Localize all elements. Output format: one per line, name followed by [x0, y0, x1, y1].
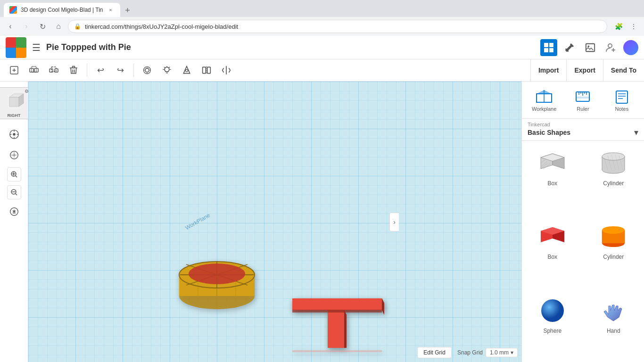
zoom-in-button[interactable] [7, 167, 21, 181]
flip-icon [222, 66, 231, 75]
shape-label-sphere-blue: Sphere [543, 328, 561, 334]
shapes-category-label: Basic Shapes [528, 129, 634, 136]
right-panel: Workplane Ruler [521, 82, 644, 362]
tab-close-button[interactable]: × [107, 6, 115, 14]
download-button[interactable] [6, 203, 23, 220]
svg-point-5 [588, 45, 590, 47]
notes-tool[interactable]: Notes [603, 85, 640, 115]
workplane-tool-icon [535, 88, 553, 105]
grid-view-button[interactable] [540, 39, 557, 56]
toolbar-separator-2 [133, 64, 134, 77]
light-button[interactable] [158, 62, 175, 79]
align-button[interactable] [198, 62, 215, 79]
shape-button[interactable] [178, 62, 195, 79]
pickaxe-button[interactable] [561, 39, 578, 56]
shape-item-cylinder-orange[interactable]: Cylinder [583, 214, 644, 288]
svg-point-16 [144, 67, 151, 74]
download-icon [9, 206, 19, 217]
svg-rect-3 [549, 48, 553, 52]
ruler-tool[interactable]: Ruler [564, 85, 601, 115]
edit-grid-button[interactable]: Edit Grid [417, 347, 452, 358]
letter-object[interactable] [288, 289, 405, 362]
notes-tool-icon [612, 88, 631, 105]
svg-point-15 [145, 68, 149, 72]
forward-button[interactable]: › [20, 20, 33, 33]
svg-point-17 [165, 67, 169, 72]
shape-item-cylinder-wire[interactable]: Cylinder [583, 141, 644, 214]
shapes-dropdown-arrow[interactable]: ▾ [634, 127, 638, 138]
snap-grid-control: Snap Grid 1.0 mm ▾ [457, 348, 518, 357]
new-shape-button[interactable] [6, 62, 23, 79]
gallery-button[interactable] [582, 39, 599, 56]
shape-item-sphere-blue[interactable]: Sphere [522, 288, 583, 362]
left-panel: RIGHT ⚙ [0, 82, 28, 362]
group-icon [29, 66, 39, 75]
active-tab[interactable]: 3D design Cool Migelo-Blad | Tin × [4, 3, 120, 17]
snap-dropdown-arrow: ▾ [511, 349, 513, 356]
header-right [540, 39, 638, 56]
extensions-button[interactable]: 🧩 [612, 20, 625, 33]
lock-icon: 🔒 [74, 23, 81, 30]
undo-button[interactable]: ↩ [92, 62, 109, 79]
hamburger-menu-button[interactable]: ☰ [32, 42, 41, 53]
svg-point-26 [13, 133, 16, 136]
toolbar-separator-1 [87, 64, 87, 77]
extensions-area: 🧩 ⋮ [612, 20, 640, 33]
flip-button[interactable] [218, 62, 235, 79]
svg-point-6 [608, 44, 612, 48]
svg-point-18 [186, 69, 188, 72]
url-text: tinkercad.com/things/8xUoJY2aZpl-cool-mi… [85, 23, 238, 30]
view-cube[interactable]: RIGHT ⚙ [0, 87, 30, 119]
delete-button[interactable] [65, 62, 82, 79]
canvas-area[interactable]: WorkPlane [28, 82, 521, 362]
user-avatar[interactable] [623, 40, 638, 55]
home-button[interactable]: ⌂ [52, 20, 65, 33]
fit-all-button[interactable] [6, 147, 23, 164]
shape-item-hand[interactable]: Hand [583, 288, 644, 362]
shapes-grid: Box [522, 141, 644, 362]
pie-object[interactable] [170, 223, 264, 319]
new-shape-icon [9, 66, 19, 75]
svg-marker-48 [382, 298, 384, 315]
snap-value: 1.0 mm [490, 349, 509, 356]
toolbar: ↩ ↪ [0, 59, 530, 81]
view-cube-3d [2, 90, 26, 114]
group-button[interactable] [25, 62, 42, 79]
back-button[interactable]: ‹ [4, 20, 17, 33]
panel-collapse-arrow[interactable]: › [389, 213, 399, 231]
workplane-label-text: Workplane [532, 106, 556, 112]
export-button[interactable]: Export [567, 59, 603, 81]
workplane-tool[interactable]: Workplane [526, 85, 562, 115]
shape-item-box-red[interactable]: Box [522, 214, 583, 288]
svg-rect-20 [207, 67, 211, 73]
browser-top-bar: 3D design Cool Migelo-Blad | Tin × + [0, 0, 644, 17]
address-bar[interactable]: 🔒 tinkercad.com/things/8xUoJY2aZpl-cool-… [68, 20, 607, 33]
home-view-button[interactable] [6, 126, 23, 143]
box-red-icon [534, 222, 571, 251]
send-to-button[interactable]: Send To [603, 59, 644, 81]
svg-rect-56 [616, 91, 627, 103]
svg-rect-47 [292, 310, 382, 313]
add-user-button[interactable] [603, 39, 619, 56]
camera-view-button[interactable] [139, 62, 156, 79]
workplane-icon [536, 89, 553, 104]
snap-grid-dropdown[interactable]: 1.0 mm ▾ [486, 348, 518, 357]
svg-rect-10 [32, 66, 36, 72]
import-button[interactable]: Import [531, 59, 567, 81]
ruler-label-text: Ruler [577, 106, 589, 112]
new-tab-button[interactable]: + [121, 4, 134, 17]
ungroup-button[interactable] [45, 62, 62, 79]
app-container: ☰ Pie Toppped with Pie [0, 36, 644, 362]
bulb-icon [162, 66, 172, 75]
ruler-tool-icon [573, 88, 592, 105]
refresh-button[interactable]: ↻ [36, 20, 49, 33]
browser-menu-button[interactable]: ⋮ [627, 20, 640, 33]
notes-label-text: Notes [615, 106, 628, 112]
toolbar-container: ↩ ↪ [0, 59, 644, 82]
redo-button[interactable]: ↪ [112, 62, 129, 79]
shape-item-box-wire[interactable]: Box [522, 141, 583, 214]
notes-icon [613, 89, 630, 104]
svg-rect-55 [576, 97, 589, 99]
zoom-out-button[interactable] [7, 185, 21, 199]
ruler-icon [574, 89, 591, 104]
